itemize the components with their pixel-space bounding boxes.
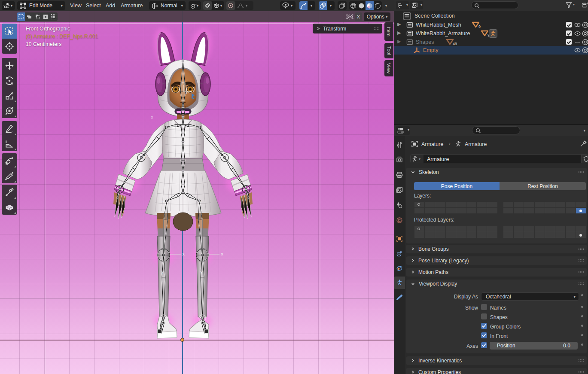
svg-text:X: X xyxy=(182,252,185,256)
svg-text:Y: Y xyxy=(161,271,164,275)
svg-text:Y: Y xyxy=(200,271,203,275)
svg-text:x: x xyxy=(151,115,153,119)
svg-text:X: X xyxy=(221,252,223,256)
svg-text:X: X xyxy=(220,172,223,176)
svg-text:Y: Y xyxy=(182,81,184,85)
svg-text:Y: Y xyxy=(162,200,165,204)
svg-text:Y: Y xyxy=(199,200,202,204)
svg-text:x: x xyxy=(144,155,146,159)
svg-text:Y: Y xyxy=(182,186,184,191)
